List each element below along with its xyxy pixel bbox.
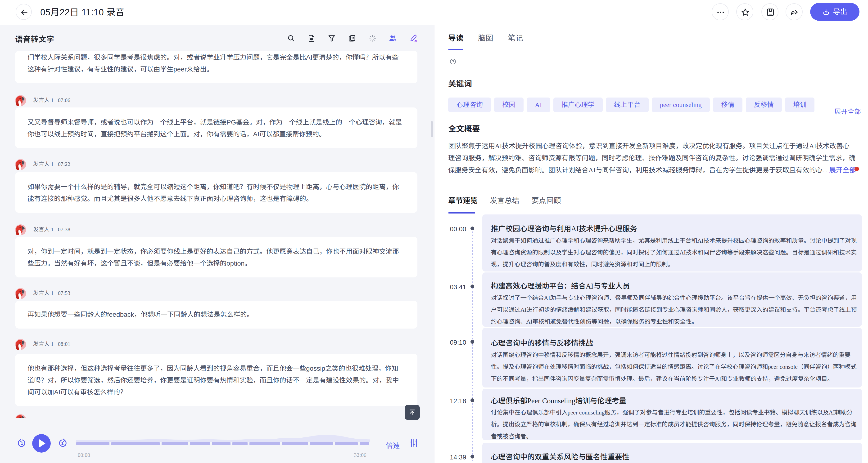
svg-text:1: 1 [61,441,63,446]
svg-text:1: 1 [21,441,23,446]
svg-text:AI: AI [414,39,417,42]
